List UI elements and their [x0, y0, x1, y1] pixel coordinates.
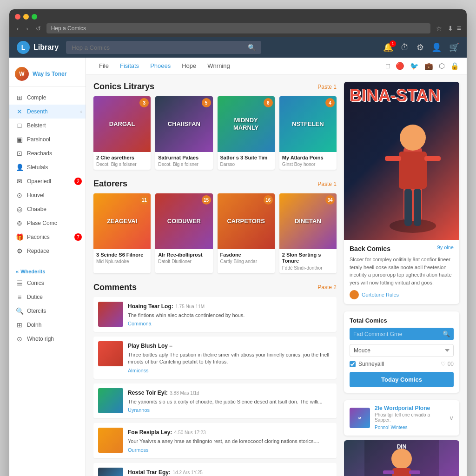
comic-card[interactable]: DINETAN 34 2 Slon Sorting s Tonure Fddé …	[279, 193, 337, 273]
total-comics-panel: Total Comics 🔍 Mouce Sunneyalll ♡ 00 Tod…	[344, 311, 459, 393]
sidebar-item-opaeriedl[interactable]: ✉ Opaeriedl 2	[9, 174, 86, 188]
comment-link[interactable]: Ourmoss	[128, 447, 149, 453]
eatorers-page-link[interactable]: Paste 1	[317, 181, 337, 187]
top-nav-actions: □ 🔴 🐦 💼 ⬡ 🔒	[386, 62, 459, 70]
sidebar-item-paconics[interactable]: 🎁 Paconics 7	[9, 230, 86, 244]
comments-title: Comments	[93, 283, 137, 292]
eatorers-grid: ZEAGEVAI 11 3 Seinde S6 Filnore Mid Nplu…	[93, 193, 337, 273]
hex-icon[interactable]: ⬡	[439, 62, 445, 70]
back-button[interactable]: ‹	[15, 24, 20, 33]
top-nav-hope[interactable]: Hope	[176, 58, 202, 74]
comment-link[interactable]: Uyrannos	[128, 407, 150, 413]
panel-select[interactable]: Mouce	[350, 344, 454, 357]
notification-icon[interactable]: 🔔1	[383, 42, 393, 53]
panel-checkbox: Sunneyalll ♡ 00	[350, 361, 454, 367]
dolnh-icon: ⊞	[16, 321, 23, 329]
chevron-down-icon[interactable]: ∨	[449, 414, 454, 422]
comment-link[interactable]: Almionss	[128, 368, 149, 373]
comic-card[interactable]: ZEAGEVAI 11 3 Seinde S6 Filnore Mid Nplu…	[93, 193, 151, 273]
svg-rect-7	[414, 189, 421, 226]
search-bar[interactable]: 🔍	[66, 41, 261, 54]
expand-icon: ‹	[80, 109, 82, 114]
svg-rect-5	[424, 156, 441, 161]
download-icon[interactable]: ⬇	[448, 25, 453, 32]
comic-title: Satrurnat Palaes	[158, 155, 210, 161]
sidebar-item-belstert[interactable]: □ Belstert	[9, 119, 86, 132]
reload-button[interactable]: ↺	[34, 24, 43, 33]
comic-sub: Mid Npluradoire	[96, 259, 148, 264]
comic-title: My Atlarda Poins	[282, 155, 334, 161]
sidebar-item-dutice[interactable]: ≡ Dutice	[9, 290, 86, 304]
heart-icon[interactable]: ♡ 00	[441, 361, 454, 367]
sidebar-item-wheto-righ[interactable]: ⊙ Wheto righ	[9, 332, 86, 346]
sidebar-item-plase-comc[interactable]: ⊚ Plase Comc	[9, 216, 86, 230]
sidebar-item-houvel[interactable]: ⊙ Houvel	[9, 188, 86, 202]
comment-body: Hoaing Tear Log: 1.75 Nua 11M The fintio…	[128, 302, 332, 327]
cart-icon[interactable]: 🛒	[449, 42, 459, 53]
sidebar-item-desenth[interactable]: ✕ Desenth ‹	[9, 105, 86, 119]
share-icon[interactable]: 🔴	[396, 62, 404, 70]
comic-cover-title: NSTFELEN	[292, 120, 324, 128]
mini-sub-link[interactable]: Ponno! Wintees	[375, 425, 408, 430]
sidebar-item-comple[interactable]: ⊞ Comple	[9, 91, 86, 105]
top-nav-phoees[interactable]: Phoees	[145, 58, 176, 74]
folder-icon[interactable]: □	[386, 62, 390, 70]
panel-search-icon[interactable]: 🔍	[443, 331, 450, 337]
user-icon[interactable]: 👤	[431, 42, 442, 53]
comment-link[interactable]: Commona	[128, 321, 152, 326]
sidebar-item-sletulals[interactable]: 👤 Sletulals	[9, 160, 86, 174]
comic-card[interactable]: CARPETORS 16 Fasdone Cartly Bling andar	[218, 193, 275, 273]
search-input[interactable]	[72, 44, 248, 51]
avatar: W	[15, 67, 29, 81]
sidebar-item-otercits[interactable]: 🔍 Otercits	[9, 304, 86, 318]
comment-body: Foe Resipla Ley: 4.50 Nus 17:23 Your Yea…	[128, 428, 332, 453]
mini-title[interactable]: 2le Wordporial Plone	[375, 405, 444, 411]
top-nav-wnrning[interactable]: Wnrning	[202, 58, 235, 74]
comic-card[interactable]: COIDUWER 15 Alr Ree-ibolliprost Datolt D…	[155, 193, 212, 273]
lock-icon[interactable]: 🔒	[450, 62, 459, 70]
briefcase-icon[interactable]: 💼	[424, 62, 433, 70]
sidebar-item-label: Otercits	[27, 308, 46, 314]
author-name[interactable]: Gurtotune Rules	[362, 292, 399, 298]
today-comics-button[interactable]: Today Comics	[350, 372, 454, 387]
url-bar[interactable]: Hep a Comics	[46, 23, 430, 33]
top-nav-fisitats[interactable]: Fisitats	[114, 58, 145, 74]
user-name: Way Is Toner	[33, 71, 66, 77]
featured-figure-icon	[371, 100, 455, 240]
close-dot[interactable]	[15, 14, 20, 20]
comments-page-link[interactable]: Paste 2	[317, 284, 337, 291]
sidebar-item-chaabe[interactable]: ◎ Chaabe	[9, 202, 86, 216]
sidebar-item-label: Conics	[27, 280, 44, 286]
panel-search[interactable]: 🔍	[350, 328, 454, 340]
comic-card[interactable]: NSTFELEN 4 My Atlarda Poins Ginst Boy ho…	[279, 96, 337, 170]
bookmark-icon[interactable]: ☆	[436, 25, 442, 32]
featured-author: Gurtotune Rules	[350, 290, 454, 299]
sidebar-item-repdace[interactable]: ⚙ Repdace	[9, 244, 86, 258]
sidebar-item-reachads[interactable]: ⊡ Reachads	[9, 146, 86, 160]
comic-card[interactable]: DARGAL 3 2 Clie asrethers Decot. Big s f…	[93, 96, 151, 170]
mini-thumb-label: M	[358, 416, 361, 420]
comic-cover-title: DARGAL	[109, 120, 135, 128]
comics-library-grid: DARGAL 3 2 Clie asrethers Decot. Big s f…	[93, 96, 337, 170]
maximize-dot[interactable]	[32, 14, 37, 20]
sletulals-icon: 👤	[16, 164, 23, 171]
minimize-dot[interactable]	[23, 14, 29, 20]
comics-library-section: Conics Litrarys Paste 1 DARGAL 3 2 Clie	[93, 82, 337, 170]
forward-button[interactable]: ›	[24, 24, 30, 33]
comic-card[interactable]: MIDNDY MARNLY 6 Satlor s 3 Suite Tim Dar…	[218, 96, 275, 170]
twitter-icon[interactable]: 🐦	[410, 62, 419, 70]
panel-checkbox-input[interactable]	[350, 361, 356, 367]
settings-icon[interactable]: ⚙	[416, 42, 424, 53]
sidebar-item-dolnh[interactable]: ⊞ Dolnh	[9, 318, 86, 332]
timer-icon[interactable]: ⏱	[401, 43, 409, 53]
second-featured-image: DIN	[344, 440, 459, 476]
sidebar-item-parsinool[interactable]: ▣ Parsinool	[9, 132, 86, 146]
comics-library-page-link[interactable]: Paste 1	[317, 84, 337, 90]
comic-info: Alr Ree-ibolliprost Datolt Dluriloner	[155, 249, 212, 267]
browser-menu-icon[interactable]: ≡	[457, 24, 461, 33]
sidebar-item-conics[interactable]: ☰ Conics	[9, 276, 86, 290]
panel-search-input[interactable]	[353, 331, 443, 337]
comic-card[interactable]: CHAIISFAN 5 Satrurnat Palaes Decot. Big …	[155, 96, 212, 170]
top-nav-file[interactable]: File	[93, 58, 114, 74]
search-icon[interactable]: 🔍	[248, 44, 256, 51]
